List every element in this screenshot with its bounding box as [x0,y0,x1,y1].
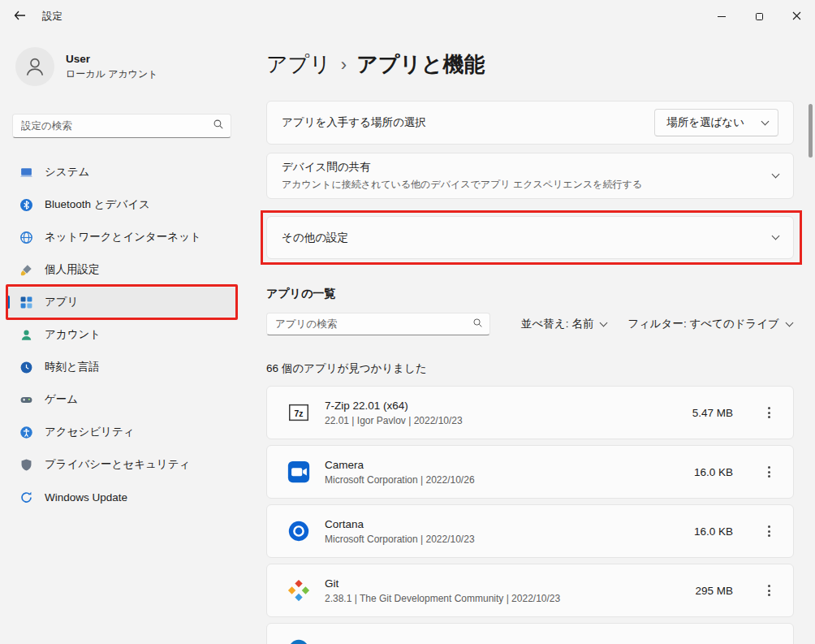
app-options-button[interactable] [757,401,780,424]
breadcrumb-parent[interactable]: アプリ [266,50,331,79]
sidebar-item-time-language[interactable]: 時刻と言語 [7,352,236,382]
sidebar-item-apps[interactable]: アプリ [7,287,236,317]
card-share-text: デバイス間の共有 アカウントに接続されている他のデバイスでアプリ エクスペリエン… [282,160,642,192]
search-icon [472,317,483,331]
sidebar-item-label: アプリ [45,295,78,309]
app-info: 7-Zip 22.01 (x64) 22.01 | Igor Pavlov | … [325,400,692,426]
main-content: アプリ › アプリと機能 アプリを入手する場所の選択 場所を選ばない デバイス間… [244,32,815,644]
settings-search-input[interactable] [21,120,213,132]
annotation-box-apps [6,284,238,320]
sidebar-item-bluetooth[interactable]: Bluetooth とデバイス [7,190,236,219]
close-button[interactable] [778,0,815,32]
card-other-settings[interactable]: その他の設定 [266,216,794,259]
breadcrumb-separator-icon: › [341,54,347,76]
card-share-across-devices[interactable]: デバイス間の共有 アカウントに接続されている他のデバイスでアプリ エクスペリエン… [266,153,794,199]
sidebar-item-label: Windows Update [45,491,127,504]
app-options-button[interactable] [757,579,780,602]
user-account-type: ローカル アカウント [66,67,158,81]
app-name: Git [325,577,695,590]
accounts-icon [19,327,33,342]
window-title: 設定 [42,10,63,24]
app-options-button[interactable] [757,460,780,483]
sidebar-item-network[interactable]: ネットワークとインターネット [7,223,236,252]
privacy-shield-icon [19,457,33,472]
titlebar: 設定 [0,0,815,32]
filter-label: フィルター: すべてのドライブ [627,317,779,331]
app-search-box[interactable] [266,313,490,335]
apps-icon [19,295,33,309]
app-count-text: 66 個のアプリが見つかりました [266,361,794,376]
sidebar: User ローカル アカウント システム [0,32,244,644]
chevron-down-icon [786,318,794,326]
app-info: Git 2.38.1 | The Git Development Communi… [325,577,695,604]
app-row-camera: Camera Microsoft Corporation | 2022/10/2… [266,445,794,499]
app-size: 16.0 KB [694,466,733,478]
search-icon [213,119,224,133]
filter-dropdown[interactable]: フィルター: すべてのドライブ [627,317,792,331]
sidebar-item-accounts[interactable]: アカウント [7,320,236,349]
sidebar-item-label: アクセシビリティ [45,425,135,439]
app-meta: Microsoft Corporation | 2022/10/23 [325,534,694,545]
settings-search-box[interactable] [12,114,231,138]
gaming-icon [19,392,33,407]
settings-window: 設定 User ローカル アカウント [0,0,815,644]
sidebar-item-privacy[interactable]: プライバシーとセキュリティ [7,450,236,479]
avatar [15,47,54,86]
sidebar-item-gaming[interactable]: ゲーム [7,385,236,414]
maximize-button[interactable] [740,0,778,32]
card-share-description: アカウントに接続されている他のデバイスでアプリ エクスペリエンスを続行する [282,178,642,192]
minimize-button[interactable] [703,0,740,32]
vertical-scrollbar-thumb[interactable] [809,104,813,158]
sidebar-item-windows-update[interactable]: Windows Update [7,482,236,512]
app-name: Camera [325,459,694,471]
app-list: 7z 7-Zip 22.01 (x64) 22.01 | Igor Pavlov… [266,386,794,644]
app-options-button[interactable] [757,638,780,644]
sidebar-item-personalization[interactable]: 個人用設定 [7,255,236,284]
page-title: アプリと機能 [356,50,485,79]
sidebar-item-label: ネットワークとインターネット [45,230,201,244]
app-meta: Microsoft Corporation | 2022/10/26 [325,474,694,486]
sidebar-item-system[interactable]: システム [7,158,236,187]
system-icon [19,165,33,179]
card-other-settings-title: その他の設定 [282,231,348,245]
bluetooth-icon [19,197,33,212]
sidebar-item-label: プライバシーとセキュリティ [45,457,190,472]
git-icon [287,578,311,603]
app-size: 295 MB [695,585,733,597]
app-size: 5.47 MB [692,407,733,419]
accessibility-icon [19,425,33,439]
chevron-down-icon [600,318,608,326]
app-row-cortana: Cortana Microsoft Corporation | 2022/10/… [266,504,794,558]
maximize-icon [756,13,763,20]
breadcrumb: アプリ › アプリと機能 [266,50,794,79]
chevron-down-icon [772,232,780,240]
app-source-dropdown[interactable]: 場所を選ばない [654,109,778,136]
app-name: Cortana [325,518,694,530]
close-icon [792,9,801,24]
time-language-icon [19,360,33,374]
sidebar-nav: システム Bluetooth とデバイス ネットワークとインターネット [7,158,236,512]
app-search-input[interactable] [275,318,472,330]
back-button[interactable] [2,2,37,30]
card-app-source: アプリを入手する場所の選択 場所を選ばない [266,101,794,145]
card-other-settings-wrap: その他の設定 [266,216,794,259]
app-size: 16.0 KB [694,525,733,538]
camera-icon [287,460,311,484]
app-info: Cortana Microsoft Corporation | 2022/10/… [325,518,694,545]
windows-update-icon [19,490,33,504]
card-share-title: デバイス間の共有 [282,160,642,175]
user-name: User [66,53,158,65]
user-account-block[interactable]: User ローカル アカウント [7,41,236,93]
app-row-7zip: 7z 7-Zip 22.01 (x64) 22.01 | Igor Pavlov… [266,386,794,439]
sidebar-item-label: 時刻と言語 [45,360,100,374]
network-icon [19,230,33,244]
sort-by-dropdown[interactable]: 並べ替え: 名前 [521,317,606,331]
sidebar-item-accessibility[interactable]: アクセシビリティ [7,417,236,447]
sort-by-label: 並べ替え: 名前 [521,317,593,331]
app-list-toolbar: 並べ替え: 名前 フィルター: すべてのドライブ [266,313,794,335]
sidebar-item-label: アカウント [45,327,101,342]
sidebar-item-label: 個人用設定 [45,262,100,277]
minimize-icon [718,16,726,17]
app-options-button[interactable] [757,520,780,542]
iis-icon: IIS [287,638,311,644]
